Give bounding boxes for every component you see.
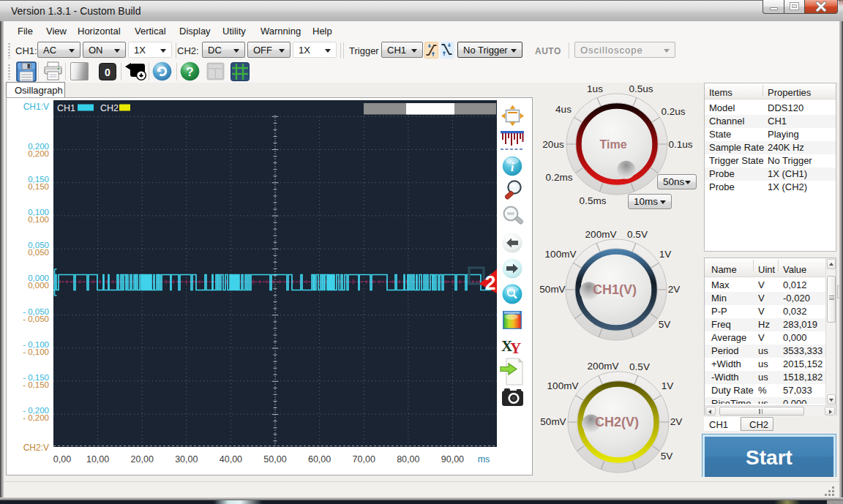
- svg-text:i: i: [511, 160, 514, 174]
- svg-text:Time: Time: [599, 138, 626, 151]
- svg-text:0: 0: [105, 67, 110, 78]
- svg-text:Y: Y: [510, 339, 521, 357]
- svg-text:CH1: CH1: [57, 103, 75, 113]
- svg-text:?: ?: [186, 65, 193, 79]
- svg-text:2: 2: [484, 272, 495, 294]
- svg-text:CH2: CH2: [100, 103, 119, 113]
- svg-text:CH2(V): CH2(V): [595, 415, 639, 429]
- svg-text:CH1(V): CH1(V): [593, 282, 637, 297]
